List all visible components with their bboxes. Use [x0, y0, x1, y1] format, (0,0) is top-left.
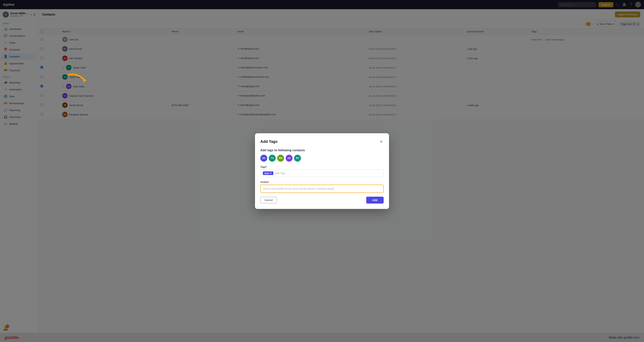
cancel-button[interactable]: Cancel [260, 197, 277, 203]
tags-input-container[interactable]: lead ✕ Add Tags [260, 170, 384, 177]
modal-subtitle: Add tags to following contacts [260, 148, 384, 152]
add-tags-modal: Add Tags ✕ Add tags to following contact… [255, 133, 389, 209]
svg-marker-0 [83, 78, 86, 82]
contact-avatar-rt: RT [294, 155, 301, 162]
modal-overlay[interactable]: Add Tags ✕ Add tags to following contact… [0, 0, 644, 342]
tags-label: Tags* [260, 166, 384, 168]
tag-chip-lead: lead ✕ [263, 172, 273, 175]
action-description-input[interactable] [260, 184, 384, 193]
action-form-group: Action* [260, 180, 384, 193]
modal-header: Add Tags ✕ [260, 139, 384, 145]
contact-avatar-ts: TS [269, 155, 276, 162]
tags-add-placeholder[interactable]: Add Tags [275, 172, 285, 175]
tags-form-group: Tags* lead ✕ Add Tags [260, 166, 384, 177]
tag-chip-remove-button[interactable]: ✕ [270, 172, 272, 175]
contact-avatar-as: AS [286, 155, 292, 162]
contact-avatars: DS TS MS AS RT [260, 155, 384, 162]
add-button[interactable]: Add [366, 197, 384, 204]
modal-footer: Cancel Add [260, 197, 384, 204]
arrow-annotation [65, 71, 100, 87]
contact-avatar-ms: MS [277, 155, 284, 162]
tag-chip-label: lead [264, 172, 269, 175]
contact-avatar-ds: DS [260, 155, 267, 162]
modal-title: Add Tags [260, 140, 278, 144]
action-label: Action* [260, 180, 384, 184]
modal-close-button[interactable]: ✕ [379, 139, 384, 145]
